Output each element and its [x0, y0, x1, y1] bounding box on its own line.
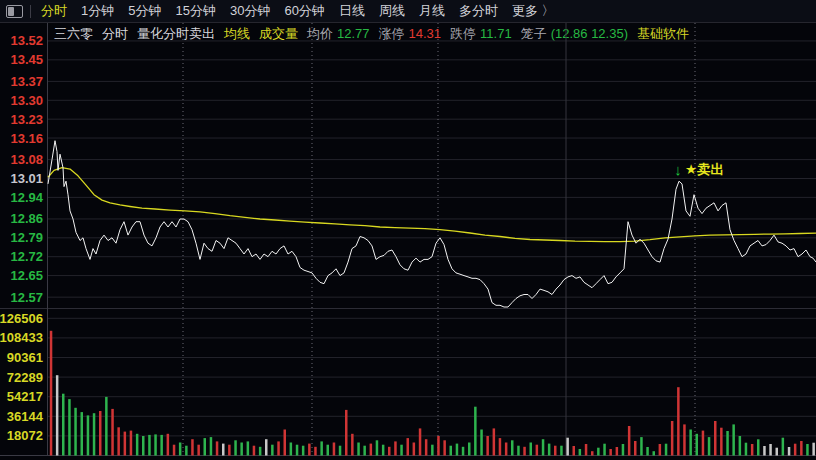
volume-bar	[702, 431, 705, 456]
volume-bar	[400, 445, 403, 456]
volume-bar	[296, 445, 299, 456]
volume-bar	[388, 447, 391, 456]
volume-bar	[394, 441, 397, 455]
volume-bar	[665, 444, 668, 456]
volume-bar	[425, 439, 428, 455]
volume-bar	[370, 444, 373, 456]
volume-bar	[603, 444, 606, 456]
volume-bar	[462, 447, 465, 456]
sell-marker-arrow-icon: ↓	[674, 161, 682, 178]
volume-bar	[167, 434, 170, 456]
volume-bar	[204, 438, 207, 455]
volume-bar	[333, 443, 336, 456]
price-tick-label: 13.45	[10, 52, 43, 67]
volume-bar	[763, 446, 766, 456]
volume-bar	[573, 446, 576, 456]
volume-bar	[726, 431, 729, 456]
volume-bar	[382, 445, 385, 456]
volume-bar	[523, 447, 526, 456]
volume-bar	[308, 444, 311, 456]
volume-bar	[628, 426, 631, 456]
volume-bar	[222, 444, 225, 456]
volume-bar	[407, 438, 410, 455]
volume-bar	[130, 431, 133, 456]
volume-bar	[812, 443, 815, 456]
volume-bar	[56, 375, 59, 455]
volume-bar	[517, 446, 520, 456]
volume-bar	[277, 441, 280, 455]
volume-bar	[376, 440, 379, 455]
volume-bar	[511, 440, 514, 455]
volume-bar	[148, 435, 151, 456]
price-tick-label: 13.52	[10, 33, 43, 48]
volume-tick-label: 36144	[7, 409, 44, 424]
volume-bar	[87, 415, 90, 455]
volume-bar	[314, 447, 317, 456]
volume-bar	[259, 447, 262, 456]
volume-bar	[302, 446, 305, 456]
volume-bar	[751, 444, 754, 456]
volume-bar	[739, 436, 742, 456]
intraday-chart[interactable]: ↓★卖出13.5213.4513.3713.3013.2313.1613.081…	[0, 0, 816, 460]
volume-tick-label: 108433	[0, 330, 43, 345]
volume-bar	[530, 443, 533, 456]
volume-bar	[443, 440, 446, 455]
volume-bar	[689, 430, 692, 456]
volume-bar	[154, 434, 157, 455]
volume-bar	[653, 451, 656, 455]
volume-bar	[363, 446, 366, 456]
volume-bar	[616, 447, 619, 456]
volume-bar	[474, 407, 477, 456]
volume-bar	[609, 449, 612, 456]
price-tick-label: 12.72	[10, 249, 43, 264]
volume-bar	[216, 441, 219, 455]
volume-bar	[50, 331, 53, 456]
volume-bar	[431, 445, 434, 456]
volume-bar	[68, 399, 71, 455]
price-tick-label: 12.86	[10, 211, 43, 226]
volume-bar	[505, 443, 508, 456]
volume-bar	[536, 445, 539, 456]
volume-bar	[720, 428, 723, 456]
volume-bar	[800, 441, 803, 456]
volume-bar	[560, 446, 563, 456]
volume-bar	[253, 446, 256, 456]
price-tick-label: 12.94	[10, 190, 43, 205]
volume-bar	[437, 436, 440, 456]
volume-bar	[794, 444, 797, 456]
volume-bar	[345, 410, 348, 456]
volume-bar	[271, 445, 274, 456]
volume-bar	[117, 427, 120, 455]
volume-bar	[419, 428, 422, 455]
volume-bar	[413, 443, 416, 456]
volume-bar	[782, 438, 785, 456]
sell-marker-label: ★卖出	[685, 162, 724, 177]
volume-tick-label: 72289	[7, 370, 43, 385]
volume-bar	[247, 441, 250, 455]
volume-bar	[81, 412, 84, 455]
volume-bar	[320, 441, 323, 455]
price-tick-label: 13.08	[10, 152, 43, 167]
volume-bar	[769, 444, 772, 456]
volume-bar	[136, 434, 139, 456]
volume-bar	[732, 424, 735, 455]
volume-tick-label: 126506	[0, 311, 43, 326]
volume-bar	[197, 445, 200, 456]
volume-bar	[579, 449, 582, 456]
volume-bar	[234, 440, 237, 455]
volume-bar	[62, 394, 65, 456]
volume-bar	[683, 424, 686, 455]
volume-bar	[450, 446, 453, 456]
volume-bar	[757, 439, 760, 455]
volume-bar	[284, 430, 287, 456]
volume-bar	[142, 436, 145, 456]
volume-bar	[677, 387, 680, 455]
volume-bar	[456, 444, 459, 456]
volume-bar	[714, 421, 717, 456]
volume-bar	[339, 446, 342, 456]
volume-bar	[591, 451, 594, 455]
volume-bar	[745, 443, 748, 456]
volume-bar	[788, 447, 791, 456]
price-tick-label: 12.57	[10, 290, 43, 305]
volume-bar	[554, 446, 557, 456]
